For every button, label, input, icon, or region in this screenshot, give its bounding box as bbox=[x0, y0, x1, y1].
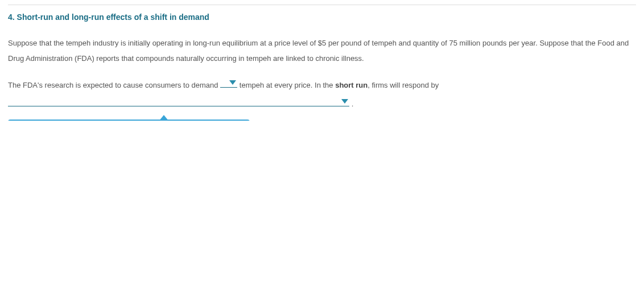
short-run-bold: short run bbox=[335, 81, 368, 89]
sentence-part-1: The FDA's research is expected to cause … bbox=[8, 81, 220, 89]
dropdown-caret-icon bbox=[159, 115, 169, 121]
question-title: Short-run and long-run effects of a shif… bbox=[17, 13, 209, 22]
question-number: 4. bbox=[8, 13, 15, 22]
scenario-text: Suppose that the tempeh industry is init… bbox=[8, 35, 636, 67]
dropdown-1-demand-direction[interactable] bbox=[220, 76, 237, 88]
chevron-down-icon bbox=[229, 80, 236, 85]
dropdown-2-panel: producing the same amount of tempeh and … bbox=[8, 120, 250, 121]
fill-in-sentence: The FDA's research is expected to cause … bbox=[8, 76, 636, 112]
question-heading: 4. Short-run and long-run effects of a s… bbox=[8, 13, 209, 22]
dropdown-2-firm-response[interactable] bbox=[8, 95, 349, 106]
chevron-down-icon bbox=[341, 99, 348, 104]
sentence-part-3: , firms will respond by bbox=[368, 81, 439, 89]
sentence-period: . bbox=[352, 100, 354, 108]
sentence-part-2: tempeh at every price. In the bbox=[240, 81, 335, 89]
